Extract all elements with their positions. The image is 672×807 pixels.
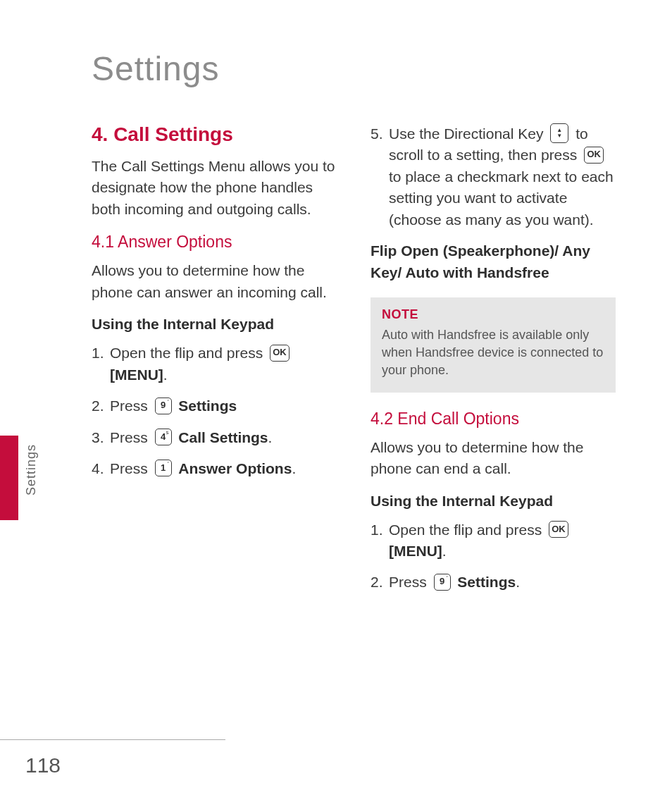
answer-options-label: Answer Options: [178, 460, 292, 476]
step-heading-internal-keypad-2: Using the Internal Keypad: [371, 493, 616, 510]
text: .: [163, 366, 168, 383]
end-call-desc: Allows you to determine how the phone ca…: [371, 437, 616, 480]
text: .: [516, 574, 520, 590]
step-text: Open the flip and press OK [MENU].: [389, 519, 616, 562]
step-text: Press 1′ Answer Options.: [110, 458, 337, 479]
menu-label: [MENU]: [110, 366, 163, 383]
step-heading-internal-keypad: Using the Internal Keypad: [92, 316, 337, 333]
subsection-answer-options: 4.1 Answer Options: [92, 233, 337, 252]
section-heading-call-settings: 4. Call Settings: [92, 123, 337, 146]
right-column: 5. Use the Directional Key to scroll to …: [371, 123, 616, 603]
options-list: Flip Open (Speakerphone)/ Any Key/ Auto …: [371, 240, 616, 283]
text: Press: [110, 460, 152, 476]
key-9-icon: 9′: [434, 574, 451, 591]
subsection-end-call-options: 4.2 End Call Options: [371, 409, 616, 429]
note-title: NOTE: [382, 307, 604, 322]
directional-key-icon: [550, 123, 568, 143]
step-3: 3. Press 4s Call Settings.: [92, 427, 337, 448]
side-label-settings: Settings: [24, 444, 39, 495]
step-text: Open the flip and press OK [MENU].: [110, 343, 337, 386]
step-1: 1. Open the flip and press OK [MENU].: [92, 343, 337, 386]
ok-key-icon: OK: [584, 147, 604, 164]
text: Press: [110, 429, 152, 445]
text: Press: [110, 398, 152, 414]
text: .: [292, 460, 296, 476]
step-number: 1.: [92, 343, 110, 364]
answer-options-desc: Allows you to determine how the phone ca…: [92, 260, 337, 303]
settings-label: Settings: [457, 574, 516, 590]
page: Settings 4. Call Settings The Call Setti…: [0, 0, 672, 807]
call-settings-label: Call Settings: [178, 429, 268, 445]
text: .: [268, 429, 273, 445]
step-2: 2. Press 9′ Settings: [92, 395, 337, 417]
settings-label: Settings: [178, 398, 237, 414]
side-tab-indicator: [0, 436, 18, 520]
text: Use the Directional Key: [389, 125, 547, 142]
menu-label: [MENU]: [389, 543, 442, 559]
text: .: [442, 543, 447, 559]
step-2b: 2. Press 9′ Settings.: [371, 572, 616, 593]
step-5: 5. Use the Directional Key to scroll to …: [371, 123, 616, 230]
step-1b: 1. Open the flip and press OK [MENU].: [371, 519, 616, 562]
note-box: NOTE Auto with Handsfree is available on…: [371, 297, 616, 393]
page-number: 118: [25, 753, 61, 777]
intro-paragraph: The Call Settings Menu allows you to des…: [92, 156, 337, 220]
text: to place a checkmark next to each settin…: [389, 168, 614, 228]
content-columns: 4. Call Settings The Call Settings Menu …: [92, 123, 616, 603]
key-9-icon: 9′: [155, 398, 172, 414]
text: Open the flip and press: [110, 345, 267, 361]
step-text: Press 9′ Settings: [110, 395, 337, 417]
text: Open the flip and press: [389, 522, 546, 538]
step-number: 2.: [371, 572, 389, 593]
step-number: 2.: [92, 395, 110, 417]
ok-key-icon: OK: [549, 521, 568, 538]
note-body: Auto with Handsfree is available only wh…: [382, 326, 604, 380]
footer-divider: [0, 739, 225, 740]
step-number: 3.: [92, 427, 110, 448]
step-text: Press 9′ Settings.: [389, 572, 616, 593]
step-number: 1.: [371, 519, 389, 541]
text: Press: [389, 574, 431, 590]
step-number: 4.: [92, 458, 110, 479]
key-1-icon: 1′: [155, 460, 172, 476]
step-text: Press 4s Call Settings.: [110, 427, 337, 448]
ok-key-icon: OK: [270, 345, 290, 362]
left-column: 4. Call Settings The Call Settings Menu …: [92, 123, 337, 603]
step-number: 5.: [371, 123, 389, 144]
page-title: Settings: [92, 49, 616, 88]
step-text: Use the Directional Key to scroll to a s…: [389, 123, 616, 230]
key-4-icon: 4s: [155, 429, 172, 445]
step-4: 4. Press 1′ Answer Options.: [92, 458, 337, 479]
